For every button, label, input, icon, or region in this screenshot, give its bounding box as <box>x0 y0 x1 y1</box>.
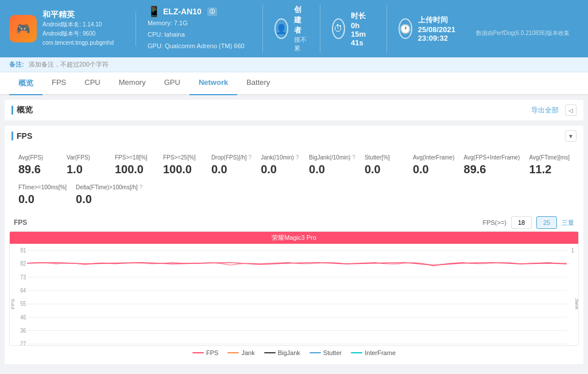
tab-gpu[interactable]: GPU <box>155 72 189 95</box>
fps-18: FPS>=18[%] 100.0 <box>110 152 158 178</box>
svg-text:FPS: FPS <box>10 299 16 309</box>
upload-label: 上传时间 <box>418 15 462 25</box>
overview-section: 概览 导出全部 ◁ <box>5 100 583 121</box>
duration-value: 0h 15m 41s <box>351 21 375 47</box>
chart-filters: FPS(>=) 三量 <box>482 216 574 229</box>
fps-jank-value: 0.0 <box>261 163 300 176</box>
legend-interframe-label: InterFrame <box>365 349 396 356</box>
fps-chart-svg: 91 82 73 64 55 46 36 27 1 0 00 <box>10 244 578 346</box>
device-memory: Memory: 7.1G <box>148 18 251 29</box>
note-placeholder: 添加备注，不超过200个字符 <box>29 61 109 68</box>
delta-help-icon[interactable]: ? <box>140 184 143 190</box>
legend-jank: Jank <box>227 349 254 356</box>
fps-interframe: Avg(InterFrame) 0.0 <box>408 152 459 178</box>
fps-bigjank-value: 0.0 <box>309 163 355 176</box>
fps-jank-label: Jank(/10min) ? <box>261 154 300 161</box>
upload-icon: 🕐 <box>399 18 412 39</box>
device-gpu: GPU: Qualcomm Adreno (TM) 660 <box>148 41 251 52</box>
collapse-overview-button[interactable]: ◁ <box>565 104 577 116</box>
tab-network[interactable]: Network <box>189 72 237 95</box>
fps-stutter-label: Stutter[%] <box>365 154 404 161</box>
fps-chart: 荣耀Magic3 Pro 91 82 <box>9 231 579 346</box>
fps-var-label: Var(FPS) <box>67 154 106 161</box>
export-button[interactable]: 导出全部 <box>531 106 559 115</box>
duration-label: 时长 <box>351 11 375 21</box>
fps-plus-interframe-label: Avg(FPS+InterFrame) <box>464 154 520 161</box>
legend-bigjank-label: BigJank <box>278 349 300 356</box>
svg-text:91: 91 <box>20 247 26 254</box>
jank-help-icon[interactable]: ? <box>296 154 299 161</box>
creator-stat: 👤 创建者 摸不累 <box>262 5 320 53</box>
fps-avg: Avg(FPS) 89.6 <box>14 152 62 178</box>
fps-25-label: FPS>=25[%] <box>163 154 202 161</box>
app-version2: Android版本号: 9600 <box>42 29 114 38</box>
fps-stats-grid: Avg(FPS) 89.6 Var(FPS) 1.0 FPS>=18[%] 10… <box>5 146 583 214</box>
legend-fps-label: FPS <box>206 349 218 356</box>
header-stats: 👤 创建者 摸不累 ⏱ 时长 0h 15m 41s 🕐 上传时间 25/08/2… <box>262 5 474 53</box>
fps-avg-label: Avg(FPS) <box>18 154 57 161</box>
collapse-fps-button[interactable]: ▼ <box>565 130 577 142</box>
fps-avg-value: 89.6 <box>18 163 57 176</box>
legend-stutter: Stutter <box>310 349 342 356</box>
legend-jank-dot <box>227 352 239 353</box>
legend-stutter-dot <box>310 352 321 353</box>
header-divider <box>136 11 136 46</box>
fps-delta-ftime-label: Delta(FTime)>100ms[/h] ? <box>76 184 142 190</box>
bigjank-help-icon[interactable]: ? <box>352 154 355 161</box>
app-name: 和平精英 <box>42 10 114 20</box>
device-badge: ⓘ <box>207 7 217 16</box>
fps-bigjank-label: BigJank(/10min) ? <box>309 154 355 161</box>
fps-section: FPS ▼ Avg(FPS) 89.6 Var(FPS) 1.0 FPS>=18… <box>5 126 583 364</box>
duration-icon: ⏱ <box>332 18 345 39</box>
device-cpu: CPU: lahaina <box>148 29 251 41</box>
app-version: Android版本名: 1.14.10 <box>42 20 114 29</box>
fps-ftime-value: 11.2 <box>529 163 570 176</box>
chart-settings-button[interactable]: 三量 <box>562 219 574 227</box>
fps-threshold-25-input[interactable] <box>536 216 557 229</box>
tab-fps[interactable]: FPS <box>42 72 75 95</box>
fps-interframe-value: 0.0 <box>413 163 455 176</box>
device-info: 📱 ELZ-AN10 ⓘ Memory: 7.1G CPU: lahaina G… <box>148 5 251 52</box>
svg-text:64: 64 <box>20 287 26 294</box>
fps-title: FPS <box>11 131 32 141</box>
svg-text:82: 82 <box>20 260 26 267</box>
upload-stat: 🕐 上传时间 25/08/2021 23:09:32 <box>386 5 474 53</box>
fps-25-value: 100.0 <box>163 163 202 176</box>
note-bar: 备注: 添加备注，不超过200个字符 <box>0 57 588 72</box>
tab-overview[interactable]: 概览 <box>9 72 42 95</box>
watermark: 数据由PerfDog(6.0.210836)版本收集 <box>476 29 570 37</box>
fps-18-label: FPS>=18[%] <box>115 154 154 161</box>
drop-help-icon[interactable]: ? <box>249 154 252 161</box>
duration-stat: ⏱ 时长 0h 15m 41s <box>320 5 386 53</box>
fps-jank: Jank(/10min) ? 0.0 <box>256 152 304 178</box>
legend-bigjank-dot <box>264 352 276 353</box>
svg-text:36: 36 <box>20 327 26 334</box>
svg-text:46: 46 <box>20 314 26 321</box>
overview-title: 概览 <box>11 105 33 115</box>
legend-bigjank: BigJank <box>264 349 300 356</box>
fps-bigjank: BigJank(/10min) ? 0.0 <box>304 152 360 178</box>
tab-cpu[interactable]: CPU <box>75 72 109 95</box>
fps-interframe-label: Avg(InterFrame) <box>413 154 455 161</box>
creator-icon: 👤 <box>274 18 288 39</box>
main-content: 概览 导出全部 ◁ FPS ▼ Avg(FPS) 89.6 Var(FPS) 1… <box>0 95 588 374</box>
tab-memory[interactable]: Memory <box>110 72 155 95</box>
fps-stats-row2: FTime>=100ms[%] 0.0 Delta(FTime)>100ms[/… <box>14 182 574 208</box>
app-package: com.tencent.tmgp.pubgmhd <box>42 38 114 48</box>
svg-text:1: 1 <box>571 247 574 254</box>
fps-threshold-18-input[interactable] <box>511 216 532 229</box>
fps-25: FPS>=25[%] 100.0 <box>158 152 207 178</box>
tab-battery[interactable]: Battery <box>237 72 279 95</box>
app-info: 🎮 和平精英 Android版本名: 1.14.10 Android版本号: 9… <box>9 10 124 48</box>
fps-plus-interframe: Avg(FPS+InterFrame) 89.6 <box>459 152 525 178</box>
fps-stats-row1: Avg(FPS) 89.6 Var(FPS) 1.0 FPS>=18[%] 10… <box>14 152 574 178</box>
legend-fps-dot <box>192 352 204 353</box>
fps-threshold-label: FPS(>=) <box>482 219 506 226</box>
legend-stutter-label: Stutter <box>323 349 342 356</box>
chart-controls: FPS FPS(>=) 三量 <box>9 214 579 231</box>
fps-ftime-pct-label: FTime>=100ms[%] <box>18 184 67 190</box>
creator-sub: 摸不累 <box>294 36 308 53</box>
tab-bar: 概览 FPS CPU Memory GPU Network Battery <box>0 72 588 95</box>
svg-text:55: 55 <box>20 301 26 307</box>
fps-ftime-pct-value: 0.0 <box>18 193 67 206</box>
